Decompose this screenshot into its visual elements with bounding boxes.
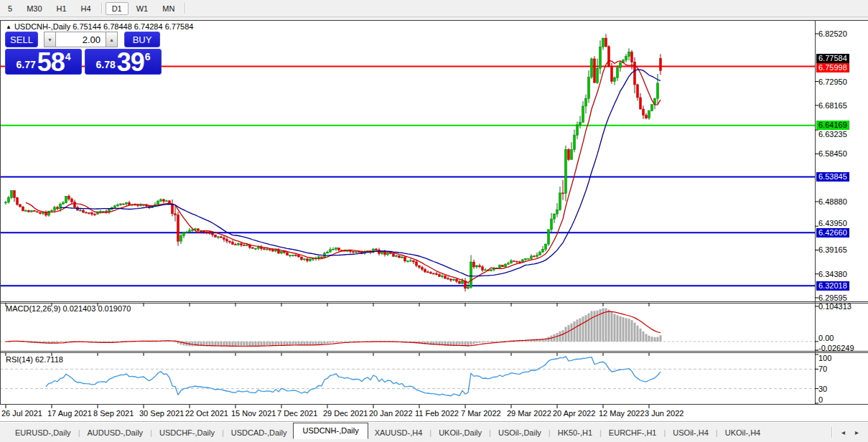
tab-scroll-arrows: ◂ ▸ bbox=[831, 427, 868, 438]
rsi-tick-30: 30 bbox=[818, 385, 827, 393]
tab-arrows-separator bbox=[831, 427, 832, 438]
toolbar-separator bbox=[101, 3, 102, 14]
rsi-label: RSI(14) 62.7118 bbox=[6, 355, 63, 364]
timeframe-button-h1[interactable]: H1 bbox=[50, 2, 73, 15]
chart-tab-eurusd-daily[interactable]: EURUSD-,Daily bbox=[9, 426, 78, 439]
price-badge-6.75998: 6.75998 bbox=[816, 63, 849, 72]
price-tick-6.58450: 6.58450 bbox=[818, 149, 847, 158]
trade-controls-row: SELL ▾ ▴ BUY bbox=[5, 32, 162, 47]
date-label-5: 22 Oct 2021 bbox=[185, 409, 228, 418]
date-label-12: 29 Mar 2022 bbox=[507, 409, 551, 418]
chart-tabs: EURUSD-,Daily|AUDUSD-,Daily|USDCHF-,Dail… bbox=[9, 424, 767, 441]
triangle-down-icon: ▾ bbox=[48, 37, 51, 43]
price-badge-6.53845: 6.53845 bbox=[816, 172, 849, 182]
timeframe-button-m30[interactable]: M30 bbox=[20, 2, 48, 15]
chart-tab-audusd-daily[interactable]: AUDUSD-,Daily bbox=[80, 426, 149, 439]
sell-price-small: 6.77 bbox=[16, 60, 35, 70]
price-badge-6.32018: 6.32018 bbox=[816, 281, 849, 291]
chart-tab-xauusd-h4[interactable]: XAUUSD-,H4 bbox=[368, 426, 429, 439]
date-label-3: 8 Sep 2021 bbox=[93, 409, 134, 418]
chart-tab-ukoil-daily[interactable]: UKOil-,Daily bbox=[432, 426, 488, 439]
timeframe-toolbar: 5M30H1H4D1W1MN bbox=[0, 0, 868, 17]
buy-price-small: 6.78 bbox=[95, 60, 115, 70]
macd-tick-0.00: 0.00 bbox=[818, 334, 834, 342]
macd-tick--0.026249: -0.026249 bbox=[818, 344, 854, 352]
timeframe-button-d1[interactable]: D1 bbox=[106, 2, 129, 15]
timeframe-button-5[interactable]: 5 bbox=[1, 2, 19, 15]
chart-tab-bar: EURUSD-,Daily|AUDUSD-,Daily|USDCHF-,Dail… bbox=[0, 423, 868, 442]
date-label-7: 7 Dec 2021 bbox=[277, 409, 317, 418]
sell-price-sup: 4 bbox=[65, 51, 71, 62]
chart-tab-usoil-daily[interactable]: USOil-,Daily bbox=[492, 426, 548, 439]
price-tick-6.39165: 6.39165 bbox=[818, 245, 847, 254]
chart-title-text: USDCNH-,Daily 6.75144 6.78448 6.74284 6.… bbox=[14, 22, 194, 31]
buy-button[interactable]: BUY bbox=[124, 32, 160, 47]
buy-price-big: 39 bbox=[117, 52, 144, 72]
sell-price-big: 58 bbox=[37, 52, 65, 72]
date-label-8: 29 Dec 2021 bbox=[323, 409, 368, 418]
buy-price-button[interactable]: 6.78396 bbox=[85, 49, 162, 75]
date-label-14: 12 May 2022 bbox=[599, 409, 645, 418]
scroll-right-icon[interactable]: ▸ bbox=[850, 428, 864, 436]
price-tick-6.63235: 6.63235 bbox=[818, 130, 847, 138]
volume-input[interactable] bbox=[55, 32, 106, 47]
macd-tick-0.104313: 0.104313 bbox=[818, 302, 851, 311]
price-tick-6.72950: 6.72950 bbox=[818, 77, 847, 86]
timeframe-button-w1[interactable]: W1 bbox=[130, 2, 155, 15]
chart-tab-usdchf-daily[interactable]: USDCHF-,Daily bbox=[153, 426, 221, 439]
price-tick-6.34380: 6.34380 bbox=[818, 270, 847, 278]
scroll-left-icon[interactable]: ◂ bbox=[836, 428, 850, 436]
buy-price-sup: 6 bbox=[145, 51, 151, 62]
price-tick-6.29595: 6.29595 bbox=[818, 293, 847, 302]
macd-label: MACD(12,26,9) 0.021403 0.019070 bbox=[6, 304, 131, 313]
price-tick-6.43950: 6.43950 bbox=[818, 219, 847, 227]
sell-price-button[interactable]: 6.77584 bbox=[5, 49, 82, 75]
collapse-triangle-icon[interactable]: ▲ bbox=[6, 24, 11, 30]
date-label-4: 30 Sep 2021 bbox=[139, 409, 184, 418]
volume-increase-button[interactable]: ▴ bbox=[106, 32, 118, 47]
price-badge-6.64169: 6.64169 bbox=[816, 121, 849, 130]
chart-tab-eurchf-h1[interactable]: EURCHF-,H1 bbox=[602, 426, 663, 439]
price-badge-6.77584: 6.77584 bbox=[816, 54, 849, 63]
rsi-tick-70: 70 bbox=[818, 365, 827, 373]
timeframe-button-mn[interactable]: MN bbox=[156, 2, 181, 15]
date-label-15: 3 Jun 2022 bbox=[645, 409, 683, 418]
price-badge-6.42660: 6.42660 bbox=[816, 228, 849, 238]
date-label-1: 26 Jul 2021 bbox=[1, 409, 42, 418]
rsi-tick-0: 0 bbox=[818, 395, 823, 404]
date-label-2: 17 Aug 2021 bbox=[47, 409, 92, 418]
rsi-tick-100: 100 bbox=[818, 354, 831, 362]
chart-tab-usoil-h4[interactable]: USOil-,H4 bbox=[666, 426, 715, 439]
date-label-10: 11 Feb 2022 bbox=[415, 409, 459, 418]
date-label-9: 20 Jan 2022 bbox=[369, 409, 413, 418]
triangle-up-icon: ▴ bbox=[110, 37, 113, 43]
date-label-11: 7 Mar 2022 bbox=[461, 409, 501, 418]
chart-tab-hk50-h1[interactable]: HK50-,H1 bbox=[551, 426, 599, 439]
trade-prices-row: 6.77584 6.78396 bbox=[5, 49, 162, 75]
price-tick-6.48880: 6.48880 bbox=[818, 197, 847, 206]
chart-tab-usdcad-daily[interactable]: USDCAD-,Daily bbox=[225, 426, 294, 439]
price-tick-6.68165: 6.68165 bbox=[818, 101, 847, 110]
sell-button[interactable]: SELL bbox=[5, 32, 38, 47]
date-label-13: 20 Apr 2022 bbox=[553, 409, 595, 418]
price-tick-6.82520: 6.82520 bbox=[818, 29, 847, 38]
one-click-trading-panel: SELL ▾ ▴ BUY 6.77584 6.78396 bbox=[5, 32, 162, 75]
chart-tab-ukoil-h4[interactable]: UKOil-,H4 bbox=[719, 426, 767, 439]
timeframe-button-h4[interactable]: H4 bbox=[75, 2, 98, 15]
toolbar-separator bbox=[185, 3, 185, 14]
volume-decrease-button[interactable]: ▾ bbox=[44, 32, 55, 47]
date-label-6: 15 Nov 2021 bbox=[231, 409, 276, 418]
chart-title: ▲USDCNH-,Daily 6.75144 6.78448 6.74284 6… bbox=[6, 22, 193, 31]
chart-tab-usdcnh-daily[interactable]: USDCNH-,Daily bbox=[293, 423, 368, 439]
